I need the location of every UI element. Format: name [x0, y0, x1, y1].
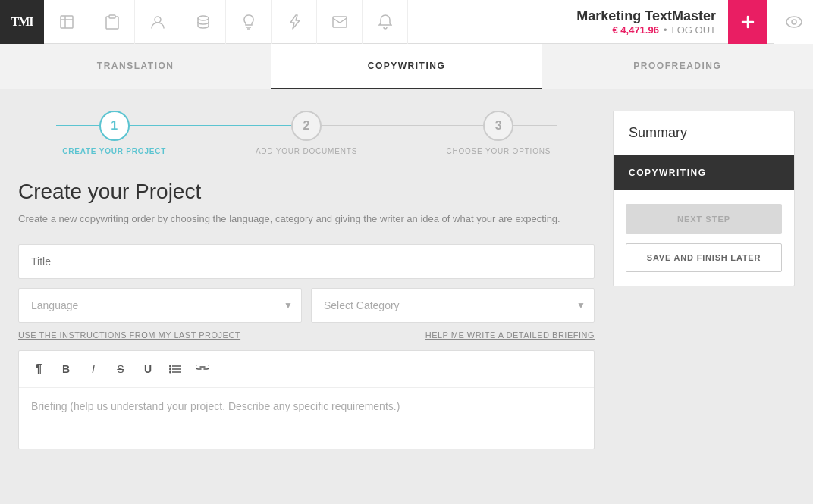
person-icon[interactable]: [135, 0, 180, 44]
svg-rect-9: [333, 17, 347, 27]
briefing-placeholder: Briefing (help us understand your projec…: [31, 400, 400, 412]
nav-icons-group: [44, 0, 408, 44]
svg-point-12: [786, 17, 802, 27]
right-panel: Summary COPYWRITING NEXT STEP SAVE AND F…: [613, 111, 795, 481]
italic-button[interactable]: I: [81, 357, 105, 381]
clipboard-icon[interactable]: [89, 0, 135, 44]
tab-copywriting[interactable]: COPYWRITING: [271, 44, 541, 89]
use-instructions-link[interactable]: USE THE INSTRUCTIONS FROM MY LAST PROJEC…: [18, 330, 240, 340]
editor-toolbar: ¶ B I S U: [19, 351, 594, 388]
nav-separator: •: [664, 24, 667, 36]
calculator-icon[interactable]: [44, 0, 89, 44]
tab-translation[interactable]: TRANSLATION: [0, 44, 271, 89]
step-2-label: ADD YOUR DOCUMENTS: [256, 147, 357, 155]
tabs-bar: TRANSLATION COPYWRITING PROOFREADING: [0, 44, 813, 89]
eye-icon: [786, 16, 802, 28]
svg-rect-4: [109, 15, 115, 18]
svg-rect-0: [61, 16, 73, 28]
step-1-circle: 1: [99, 111, 130, 141]
step-1: 1 CREATE YOUR PROJECT: [18, 111, 210, 155]
nav-title-area: Marketing TextMaster € 4,471.96 • LOG OU…: [576, 8, 716, 36]
svg-point-5: [155, 17, 161, 23]
database-icon[interactable]: [180, 0, 226, 44]
category-select-wrapper: Select Category ▼: [311, 288, 595, 323]
lightning-icon[interactable]: [272, 0, 317, 44]
stepper: 1 CREATE YOUR PROJECT 2 ADD YOUR DOCUMEN…: [18, 111, 595, 155]
top-nav: TMI Marketing TextMaster: [0, 0, 813, 44]
summary-card: Summary COPYWRITING NEXT STEP SAVE AND F…: [613, 111, 795, 286]
bell-icon[interactable]: [363, 0, 408, 44]
page-title: Create your Project: [18, 180, 595, 204]
underline-button[interactable]: U: [136, 357, 160, 381]
svg-point-17: [169, 365, 171, 367]
app-title: Marketing TextMaster: [576, 8, 716, 24]
mail-icon[interactable]: [317, 0, 363, 44]
language-category-row: Language ▼ Select Category ▼: [18, 288, 595, 323]
next-step-button[interactable]: NEXT STEP: [626, 204, 782, 234]
svg-point-13: [792, 20, 796, 24]
balance-amount: € 4,471.96: [612, 24, 658, 36]
editor-container: ¶ B I S U Briefing (help us understand y…: [18, 350, 595, 449]
help-briefing-link[interactable]: HELP ME WRITE A DETAILED BRIEFING: [425, 330, 595, 340]
step-1-label: CREATE YOUR PROJECT: [62, 147, 166, 155]
title-input[interactable]: [18, 244, 595, 279]
list-button[interactable]: [163, 357, 187, 381]
left-panel: 1 CREATE YOUR PROJECT 2 ADD YOUR DOCUMEN…: [18, 111, 595, 481]
language-select[interactable]: Language: [18, 288, 302, 323]
logo-text: TMI: [11, 15, 33, 29]
step-3-label: CHOOSE YOUR OPTIONS: [446, 147, 551, 155]
strikethrough-button[interactable]: S: [108, 357, 133, 381]
save-finish-later-button[interactable]: SAVE AND FINISH LATER: [626, 243, 782, 272]
language-select-wrapper: Language ▼: [18, 288, 302, 323]
svg-point-19: [169, 371, 171, 373]
summary-actions: NEXT STEP SAVE AND FINISH LATER: [614, 190, 794, 286]
page-description: Create a new copywriting order by choosi…: [18, 211, 595, 227]
add-project-button[interactable]: [728, 0, 767, 44]
category-select[interactable]: Select Category: [311, 288, 595, 323]
step-3: 3 CHOOSE YOUR OPTIONS: [403, 111, 595, 155]
summary-type: COPYWRITING: [614, 155, 794, 190]
step-3-circle: 3: [483, 111, 513, 141]
plus-icon: [740, 14, 755, 30]
link-button[interactable]: [190, 357, 215, 381]
step-2: 2 ADD YOUR DOCUMENTS: [210, 111, 402, 155]
step-2-circle: 2: [291, 111, 322, 141]
main-layout: 1 CREATE YOUR PROJECT 2 ADD YOUR DOCUMEN…: [0, 89, 813, 502]
links-row: USE THE INSTRUCTIONS FROM MY LAST PROJEC…: [18, 330, 595, 340]
logo: TMI: [0, 0, 44, 44]
svg-point-18: [169, 368, 171, 370]
tab-proofreading[interactable]: PROOFREADING: [542, 44, 813, 89]
bold-button[interactable]: B: [54, 357, 78, 381]
nav-right: Marketing TextMaster € 4,471.96 • LOG OU…: [576, 0, 813, 44]
logout-link[interactable]: LOG OUT: [671, 24, 716, 36]
svg-point-6: [198, 16, 209, 20]
preview-button[interactable]: [774, 0, 813, 44]
paragraph-button[interactable]: ¶: [27, 357, 51, 381]
editor-body[interactable]: Briefing (help us understand your projec…: [19, 388, 594, 449]
summary-header: Summary: [614, 111, 794, 155]
lightbulb-icon[interactable]: [226, 0, 272, 44]
